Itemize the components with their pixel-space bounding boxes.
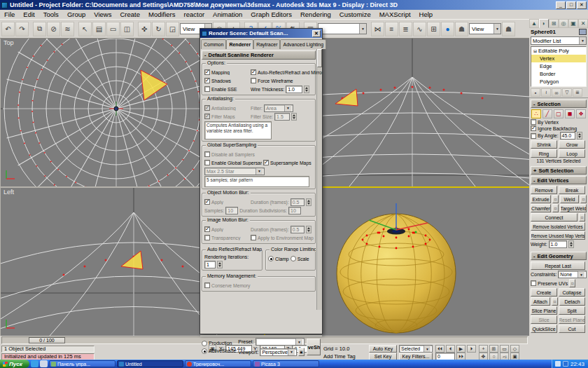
chamfer-button[interactable]: Chamfer [531, 204, 551, 212]
menu-rendering[interactable]: Rendering [296, 11, 335, 18]
enable-sse-checkbox[interactable] [204, 86, 210, 92]
task-document[interactable]: Тренировоч... [185, 360, 251, 367]
menu-animation[interactable]: Animation [209, 11, 246, 18]
imb-apply-checkbox[interactable] [204, 226, 210, 232]
quickslice-button[interactable]: QuickSlice [531, 325, 557, 333]
modify-tab-icon[interactable]: ◗ [539, 19, 549, 28]
weight-field[interactable]: 1.0 [549, 240, 567, 248]
edit-geometry-rollout-header[interactable]: -Edit Geometry [531, 252, 587, 260]
imb-duration-field[interactable]: 0.5 [290, 226, 304, 233]
filter-maps-checkbox[interactable] [204, 114, 210, 119]
tab-advanced-lighting[interactable]: Advanced Lighting [280, 39, 326, 49]
preserve-uvs-checkbox[interactable] [531, 280, 536, 286]
clamp-radio[interactable] [268, 256, 274, 261]
reset-plane-button[interactable]: Reset Plane [559, 315, 585, 324]
slice-plane-button[interactable]: Slice Plane [531, 306, 557, 315]
stack-item-edge[interactable]: Edge [531, 62, 586, 70]
edge-mode-icon[interactable]: ╱ [542, 109, 552, 118]
menu-views[interactable]: Views [90, 11, 115, 18]
apply-environment-checkbox[interactable] [251, 235, 256, 240]
zoom-all-icon[interactable]: ⊞ [489, 345, 498, 353]
minimize-button[interactable]: _ [556, 1, 566, 9]
by-angle-spinner[interactable] [577, 132, 582, 139]
wire-thickness-field[interactable]: 1.0 [286, 86, 302, 93]
auto-key-button[interactable]: Auto Key [369, 345, 397, 353]
grow-button[interactable]: Grow [559, 140, 585, 149]
viewport-left-label[interactable]: Left [4, 189, 14, 196]
select-rotate-icon[interactable]: ↻ [152, 22, 165, 36]
omb-subdivisions-field[interactable]: 10 [288, 207, 301, 214]
schematic-view-icon[interactable]: ⊞ [427, 22, 440, 36]
polygon-mode-icon[interactable]: ◼ [565, 109, 575, 118]
create-tab-icon[interactable]: ▲ [529, 19, 539, 28]
chamfer-settings-icon[interactable]: □ [552, 204, 559, 212]
ring-button[interactable]: Ring [531, 149, 557, 158]
close-button[interactable]: ✕ [577, 1, 587, 9]
ignore-backfacing-checkbox[interactable] [531, 125, 536, 131]
task-3dsmax[interactable]: Untitled [117, 360, 183, 367]
dialog-scrollbar[interactable] [316, 49, 322, 310]
zoom-extents-icon[interactable]: ▭ [500, 345, 509, 353]
extrude-settings-icon[interactable]: □ [552, 195, 559, 203]
redo-icon[interactable]: ↷ [15, 22, 29, 36]
stack-item-element[interactable]: Element [531, 86, 586, 87]
task-control-panel[interactable]: Панель упра... [49, 360, 115, 367]
stack-item-polygon[interactable]: Polygon [531, 78, 586, 86]
menu-tools[interactable]: Tools [39, 11, 63, 18]
material-editor-icon[interactable]: ● [441, 22, 454, 36]
force-wireframe-checkbox[interactable] [251, 78, 256, 83]
tray-language-icon[interactable] [555, 361, 561, 367]
conserve-memory-checkbox[interactable] [204, 282, 210, 288]
shrink-button[interactable]: Shrink [531, 140, 557, 149]
menu-modifiers[interactable]: Modifiers [144, 11, 180, 18]
activeshade-render-button[interactable]: ActiveShade [307, 339, 321, 355]
next-frame-icon[interactable]: ⏵ [467, 345, 476, 353]
timeline-slider[interactable]: 0 / 100 [29, 337, 65, 343]
maximize-button[interactable]: □ [566, 1, 576, 9]
menu-graph-editors[interactable]: Graph Editors [246, 11, 296, 18]
hierarchy-tab-icon[interactable]: ⊞ [549, 19, 559, 28]
loop-button[interactable]: Loop [559, 149, 585, 158]
by-angle-checkbox[interactable] [531, 133, 536, 139]
stack-root[interactable]: ⊟Editable Poly [531, 47, 586, 55]
tab-common[interactable]: Common [201, 39, 226, 49]
quicklaunch-desktop-icon[interactable] [40, 360, 48, 367]
shadows-checkbox[interactable] [204, 78, 210, 83]
production-radio[interactable] [202, 341, 207, 346]
tray-app-icon[interactable] [563, 361, 568, 367]
preserve-uvs-settings-icon[interactable]: □ [569, 279, 575, 287]
bind-spacewarp-icon[interactable]: ≋ [61, 22, 74, 36]
lock-view-icon[interactable]: ▣ [298, 348, 304, 356]
weight-spinner[interactable] [568, 240, 574, 248]
wire-thickness-spinner[interactable] [304, 86, 309, 93]
edit-vertices-rollout-header[interactable]: -Edit Vertices [531, 176, 587, 184]
activeshade-radio[interactable] [202, 348, 207, 354]
named-selection-dropdown[interactable]: ▼ [318, 23, 367, 34]
select-link-icon[interactable]: ⧉ [33, 22, 46, 36]
object-name[interactable]: Sphere01 [531, 29, 556, 35]
viewport-top-label[interactable]: Top [4, 39, 14, 46]
remove-button[interactable]: Remove [531, 186, 557, 194]
stack-item-vertex[interactable]: Vertex [531, 55, 586, 62]
remove-isolated-button[interactable]: Remove Isolated Vertices [531, 222, 585, 231]
enable-global-supersampler-checkbox[interactable] [204, 160, 210, 165]
disable-samplers-checkbox[interactable] [204, 151, 210, 157]
window-titlebar[interactable]: Untitled - Project Folder: C:\Documents … [0, 0, 588, 10]
imb-duration-spinner[interactable] [306, 226, 312, 233]
attach-button[interactable]: Attach [531, 297, 550, 306]
omb-duration-field[interactable]: 0.5 [290, 198, 304, 206]
undo-icon[interactable]: ↶ [1, 22, 15, 36]
connect-settings-icon[interactable]: □ [579, 213, 585, 222]
align-icon[interactable]: ≡ [385, 22, 398, 36]
rendering-iterations-spinner[interactable] [217, 261, 223, 268]
mapping-checkbox[interactable] [204, 69, 210, 75]
slice-button[interactable]: Slice [531, 315, 557, 324]
remove-unused-button[interactable]: Remove Unused Map Verts [531, 231, 585, 240]
quicklaunch-ie-icon[interactable] [31, 360, 38, 367]
task-picasa[interactable]: Picasa 3 [253, 360, 319, 367]
render-dialog-titlebar[interactable]: Render Scene: Default Scan... ✕ [200, 29, 322, 38]
zoom-region-icon[interactable]: ◇ [510, 345, 519, 353]
selection-region-icon[interactable]: ▭ [106, 22, 120, 36]
go-to-start-icon[interactable]: ⏴⏴ [435, 345, 444, 353]
modifier-stack[interactable]: ⊟Editable Poly Vertex Edge Border Polygo… [531, 46, 587, 87]
